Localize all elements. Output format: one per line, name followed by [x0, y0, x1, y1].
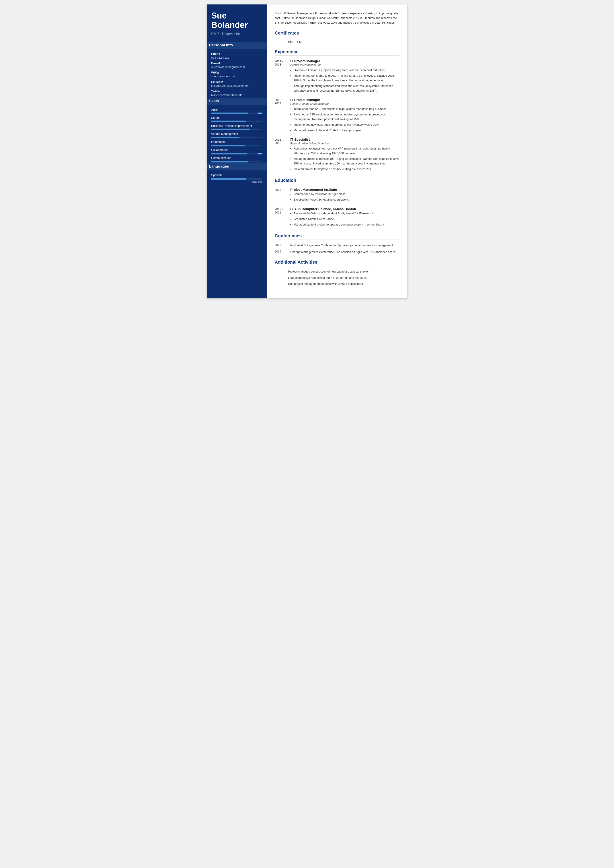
- candidate-name: Sue Bolander: [211, 11, 262, 30]
- entry-bullet: Initiated project for improved security,…: [294, 167, 400, 172]
- skill-item: Leadership: [211, 140, 262, 146]
- entry-bullet: Implemented Six Sigma and Lean Training …: [294, 73, 400, 83]
- skill-bar: [211, 129, 262, 130]
- entry-company: Rigas-Bratland Manufacturing: [290, 102, 400, 106]
- entry-date: 2014 - 2018: [275, 59, 290, 94]
- entry-bullets: Ran project to install hour-by-hour WIP …: [290, 146, 400, 171]
- education-title: Education: [275, 178, 400, 184]
- entry-item: 2007 - 2011B.S. in Computer Science, UMa…: [275, 207, 400, 228]
- www-label: WWW: [211, 71, 262, 74]
- conferences-section: Conferences 2018Northeast Shingo Lean Co…: [275, 233, 400, 254]
- activities-section: Additional Activities Project-managed co…: [275, 259, 400, 286]
- entry-item: 2014 - 2018IT Project ManagerAccurit Int…: [275, 59, 400, 94]
- entry-item: 2012 - 2014IT Project ManagerRigas-Bratl…: [275, 98, 400, 134]
- entry-bullet: Received the Wilson Independent Study Aw…: [294, 211, 400, 216]
- entry-bullets: Team leader for 12 IT specialists in hig…: [290, 107, 400, 133]
- phone-label: Phone: [211, 52, 262, 56]
- activity-item: Run project management podcast with 2,50…: [275, 282, 400, 286]
- skill-item: Business Process Improvement: [211, 124, 262, 130]
- conference-text: Northeast Shingo Lean Conference, Spoke …: [290, 243, 400, 248]
- skill-bar: [211, 153, 262, 154]
- entry-bullet: Excelled in Project Scheduling coursewor…: [294, 197, 400, 202]
- entry-date: 2012 - 2014: [275, 98, 290, 134]
- skill-name: Business Process Improvement: [211, 124, 262, 127]
- skill-bar: [211, 144, 262, 146]
- personal-info-section-title: Personal Info: [207, 42, 267, 49]
- entry-content: Project Management InstituteCommended by…: [290, 188, 400, 203]
- skill-name: Scrum: [211, 116, 262, 120]
- email-value: sueqbolander@gmail.com: [211, 65, 262, 68]
- linkedin-label: LinkedIn: [211, 80, 262, 84]
- entry-bullet: Implemented new cost-tracking project to…: [294, 123, 400, 127]
- entry-bullet: Oversaw all major IT projects for 4+ yea…: [294, 68, 400, 73]
- entry-bullets: Oversaw all major IT projects for 4+ yea…: [290, 68, 400, 93]
- conferences-list: 2018Northeast Shingo Lean Conference, Sp…: [275, 243, 400, 254]
- entry-title: IT Project Manager: [290, 59, 400, 63]
- languages-section-title: Languages: [207, 163, 267, 170]
- language-item: SpanishAdvanced: [211, 173, 262, 183]
- education-list: 2012Project Management InstituteCommende…: [275, 188, 400, 228]
- entry-item: 2012Project Management InstituteCommende…: [275, 188, 400, 203]
- skills-list: AgileScrumBusiness Process ImprovementVe…: [211, 108, 262, 163]
- certificates-section: Certificates PMP—PMI: [275, 31, 400, 43]
- conferences-title: Conferences: [275, 233, 400, 240]
- conference-item: 2018Northeast Shingo Lean Conference, Sp…: [275, 243, 400, 248]
- summary-text: Strong IT Project Management Professiona…: [275, 11, 400, 25]
- education-section: Education 2012Project Management Institu…: [275, 178, 400, 228]
- entry-bullet: Ran project to install hour-by-hour WIP …: [294, 146, 400, 156]
- entry-title: IT Project Manager: [290, 98, 400, 102]
- skill-item: Vendor Management: [211, 132, 262, 138]
- certificate-item: PMP—PMI: [275, 40, 400, 43]
- skill-name: Communication: [211, 156, 262, 160]
- activity-item: Lead competitive road biking team of 20 …: [275, 276, 400, 280]
- entry-item: 2011 - 2012IT SpecialistRigas-Bratland M…: [275, 138, 400, 172]
- entry-company: Rigas-Bratland Manufacturing: [290, 142, 400, 145]
- activity-item: Project-managed construction of new cat …: [275, 269, 400, 274]
- conference-item: 2016Change Management Conference, Led se…: [275, 250, 400, 254]
- skill-item: Communication: [211, 156, 262, 163]
- conference-date: 2018: [275, 243, 290, 248]
- email-label: E-mail: [211, 62, 262, 65]
- skill-bar: [211, 113, 262, 114]
- entry-bullet: Managed project to replace 100+ aging wo…: [294, 157, 400, 166]
- entry-content: IT Project ManagerAccurit International,…: [290, 59, 400, 94]
- www-value: sueqbolander.com: [211, 75, 262, 78]
- entry-date: 2011 - 2012: [275, 138, 290, 172]
- entry-bullet: Team leader for 12 IT specialists in hig…: [294, 107, 400, 112]
- experience-list: 2014 - 2018IT Project ManagerAccurit Int…: [275, 59, 400, 172]
- skill-name: Agile: [211, 108, 262, 112]
- twitter-label: Twitter: [211, 90, 262, 93]
- candidate-title: PMP, IT Specialist: [211, 32, 262, 36]
- skills-section-title: Skills: [207, 98, 267, 105]
- skill-item: Scrum: [211, 116, 262, 122]
- certificates-title: Certificates: [275, 31, 400, 37]
- skill-item: Agile: [211, 108, 262, 114]
- conference-date: 2016: [275, 250, 290, 254]
- certificates-list: PMP—PMI: [275, 40, 400, 43]
- experience-title: Experience: [275, 49, 400, 56]
- entry-content: IT SpecialistRigas-Bratland Manufacturin…: [290, 138, 400, 172]
- skill-name: Vendor Management: [211, 132, 262, 135]
- entry-bullet: Through implementing standardized work a…: [294, 84, 400, 93]
- activities-list: Project-managed construction of new cat …: [275, 269, 400, 286]
- language-level: Advanced: [211, 180, 262, 183]
- entry-bullet: Managed project to train all IT staff in…: [294, 128, 400, 133]
- main-content: Strong IT Project Management Professiona…: [267, 5, 407, 298]
- sidebar: Sue Bolander PMP, IT Specialist Personal…: [207, 5, 267, 298]
- conference-text: Change Management Conference, Led sessio…: [290, 250, 400, 254]
- skill-bar: [211, 137, 262, 138]
- activities-title: Additional Activities: [275, 259, 400, 266]
- experience-section: Experience 2014 - 2018IT Project Manager…: [275, 49, 400, 172]
- entry-title: Project Management Institute: [290, 188, 400, 191]
- entry-bullets: Commended by instructor for Agile skills…: [290, 192, 400, 202]
- entry-bullets: Received the Wilson Independent Study Aw…: [290, 211, 400, 227]
- skill-bar: [211, 161, 262, 163]
- entry-bullet: Graduated Summa Cum Laude.: [294, 217, 400, 222]
- skill-name: Collaboration: [211, 148, 262, 152]
- skill-name: Leadership: [211, 140, 262, 143]
- language-bar: [211, 178, 262, 180]
- entry-company: Accurit International, Inc.: [290, 63, 400, 67]
- language-name: Spanish: [211, 173, 262, 177]
- entry-bullet: Managed student project to upgrade compu…: [294, 222, 400, 227]
- resume-container: Sue Bolander PMP, IT Specialist Personal…: [207, 5, 407, 298]
